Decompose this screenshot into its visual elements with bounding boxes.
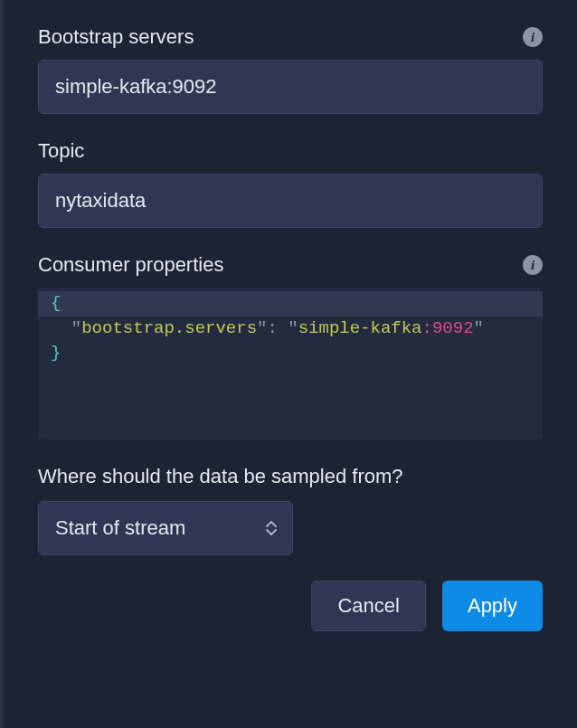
json-port: 9092 — [432, 318, 474, 338]
label-row: Bootstrap servers i — [38, 25, 543, 49]
cancel-button[interactable]: Cancel — [311, 581, 425, 631]
consumer-properties-group: Consumer properties i { "bootstrap.serve… — [38, 253, 543, 440]
sample-from-select[interactable]: Start of stream — [38, 501, 293, 555]
info-icon[interactable]: i — [523, 27, 543, 47]
button-row: Cancel Apply — [38, 581, 543, 631]
bootstrap-servers-label: Bootstrap servers — [38, 25, 194, 49]
topic-label: Topic — [38, 139, 84, 163]
apply-button[interactable]: Apply — [442, 581, 543, 631]
consumer-properties-label: Consumer properties — [38, 253, 223, 277]
json-key: bootstrap.servers — [81, 318, 257, 338]
sample-from-select-wrap: Start of stream — [38, 501, 293, 555]
json-host: simple-kafka — [298, 318, 422, 338]
consumer-properties-editor[interactable]: { "bootstrap.servers": "simple-kafka:909… — [38, 288, 543, 440]
topic-group: Topic — [38, 139, 543, 228]
topic-input[interactable] — [38, 174, 543, 228]
label-row: Where should the data be sampled from? — [38, 465, 543, 488]
label-row: Consumer properties i — [38, 253, 543, 277]
bootstrap-servers-input[interactable] — [38, 60, 543, 114]
info-icon[interactable]: i — [523, 255, 543, 275]
bootstrap-servers-group: Bootstrap servers i — [38, 25, 543, 114]
sample-from-label: Where should the data be sampled from? — [38, 465, 403, 488]
sample-from-group: Where should the data be sampled from? S… — [38, 465, 543, 555]
label-row: Topic — [38, 139, 543, 163]
